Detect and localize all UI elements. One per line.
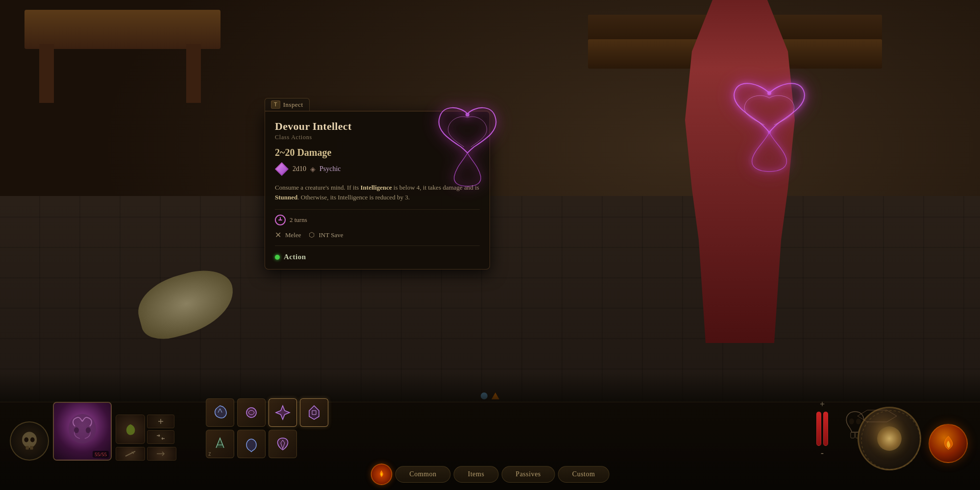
plus-icon [155, 418, 167, 425]
melee-prop: ✕ Melee [275, 230, 301, 240]
ability-icon-1 [211, 404, 229, 421]
spell-tooltip: T Inspect Devour Intellect Class Actions… [265, 98, 490, 270]
game-background: T Inspect Devour Intellect Class Actions… [0, 0, 980, 490]
damage-dice: 2d10 [293, 165, 306, 173]
skull-icon [17, 429, 42, 453]
fire-tab-button[interactable] [371, 464, 392, 485]
table-leg2 [186, 44, 201, 103]
ap-minus-button[interactable]: - [821, 448, 824, 458]
bottom-hud: 55/55 [0, 372, 980, 490]
brain-icon [63, 412, 102, 451]
action-indicator [275, 255, 280, 260]
sword-icon [123, 449, 138, 459]
cooldown-row: 2 turns [275, 215, 480, 225]
bottom-nav: Common Items Passives Custom [371, 464, 610, 485]
save-label: INT Save [318, 231, 343, 239]
tooltip-tab: T Inspect [265, 98, 310, 111]
damage-separator: ◈ [310, 165, 316, 173]
ability-slot-5[interactable]: Z [206, 430, 234, 458]
divider1 [275, 209, 480, 210]
small-portraits [116, 415, 176, 461]
intelligence-keyword: Intelligence [361, 184, 392, 191]
leaf-icon [123, 422, 138, 437]
cooldown-text: 2 turns [290, 216, 307, 224]
svg-point-10 [86, 427, 91, 433]
action-points-panel: + - [816, 399, 828, 458]
ability-slot-7[interactable] [269, 430, 297, 458]
cooldown-icon [275, 215, 286, 225]
flame-icon [937, 433, 959, 455]
portrait-slot-1[interactable] [116, 415, 145, 444]
svg-rect-5 [30, 446, 33, 450]
ability-icon-5 [211, 435, 229, 453]
deco-lines-icon [858, 406, 897, 426]
svg-point-20 [849, 418, 854, 424]
ability-slot-1[interactable] [206, 398, 234, 427]
tooltip-card: Devour Intellect Class Actions 2~20 Dama… [265, 111, 490, 270]
ap-plus-button[interactable]: + [820, 399, 825, 410]
spell-icon-symbol [431, 104, 504, 187]
ability-slot-2[interactable] [237, 398, 266, 427]
tab-passives[interactable]: Passives [501, 466, 555, 483]
table-top [24, 10, 220, 49]
portrait-area: 55/55 [10, 402, 176, 461]
tab-custom[interactable]: Custom [558, 466, 610, 483]
ability-icon-6 [243, 435, 260, 453]
ap-bar-2 [823, 412, 828, 446]
ability-icon-7 [274, 435, 292, 453]
ability-icon-4 [305, 404, 323, 421]
svg-point-6 [24, 438, 28, 442]
damage-type-icon [275, 162, 289, 176]
action-row: Action [275, 251, 480, 261]
swap-icon [155, 434, 167, 441]
inspect-label: Inspect [283, 101, 303, 109]
melee-icon: ✕ [275, 230, 281, 240]
svg-rect-18 [851, 432, 855, 438]
main-portrait[interactable]: 55/55 [53, 402, 112, 461]
ability-slot-3[interactable] [269, 398, 297, 427]
fire-orb[interactable] [929, 424, 968, 463]
stunned-keyword: Stunned [275, 194, 297, 201]
properties-row: ✕ Melee ⬡ INT Save [275, 230, 480, 240]
shield-icon: ⬡ [309, 231, 315, 239]
slot-hotkey-z: Z [208, 452, 211, 457]
svg-point-15 [246, 408, 256, 417]
divider2 [275, 245, 480, 246]
svg-rect-4 [26, 446, 29, 450]
hud-decoration-right [858, 406, 897, 428]
hp-display: 55/55 [93, 451, 109, 458]
skull-icon-frame [10, 421, 49, 461]
action-icon-2[interactable] [147, 430, 174, 444]
abilities-grid: Z [206, 398, 328, 458]
ability-slot-4[interactable] [300, 398, 328, 427]
svg-point-0 [767, 91, 771, 95]
action-label: Action [284, 253, 306, 261]
portrait-slot-2[interactable] [116, 447, 145, 461]
tab-common[interactable]: Common [395, 466, 451, 483]
portrait-slot-3[interactable] [147, 447, 176, 461]
svg-point-9 [74, 427, 79, 433]
damage-type-name: Psychic [319, 165, 341, 173]
svg-marker-16 [309, 406, 319, 419]
tab-items[interactable]: Items [454, 466, 499, 483]
melee-label: Melee [285, 231, 301, 239]
hud-bar: 55/55 [0, 402, 980, 490]
keybind-label: T [271, 100, 280, 109]
table-leg1 [39, 44, 54, 103]
ap-bar-1 [816, 412, 821, 446]
svg-point-2 [466, 113, 469, 117]
fire-icon [377, 469, 387, 479]
svg-point-7 [30, 438, 35, 442]
arrow-icon [154, 449, 169, 459]
ability-icon-2 [243, 404, 260, 421]
ability-icon-3 [274, 404, 292, 421]
spell-glow-effect [720, 69, 818, 176]
action-icon-1[interactable] [147, 415, 174, 428]
svg-point-8 [69, 414, 96, 443]
svg-point-1 [768, 131, 771, 134]
ability-slot-6[interactable] [237, 430, 266, 458]
save-prop: ⬡ INT Save [309, 231, 343, 239]
